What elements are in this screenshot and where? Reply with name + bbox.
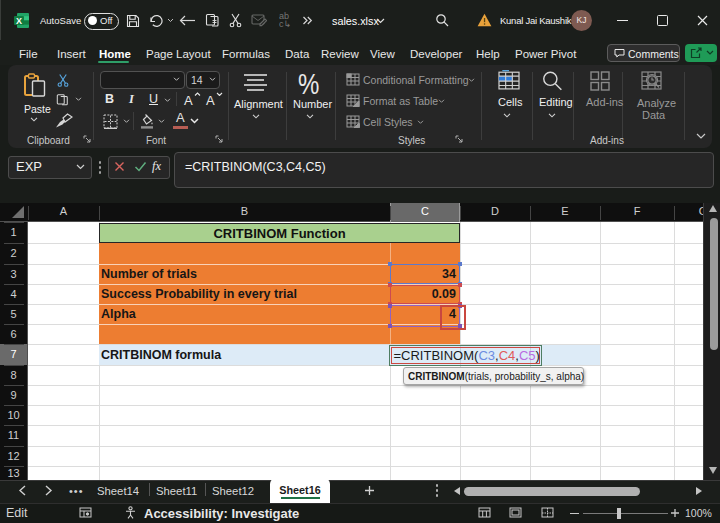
svg-text:X: X — [16, 16, 22, 26]
